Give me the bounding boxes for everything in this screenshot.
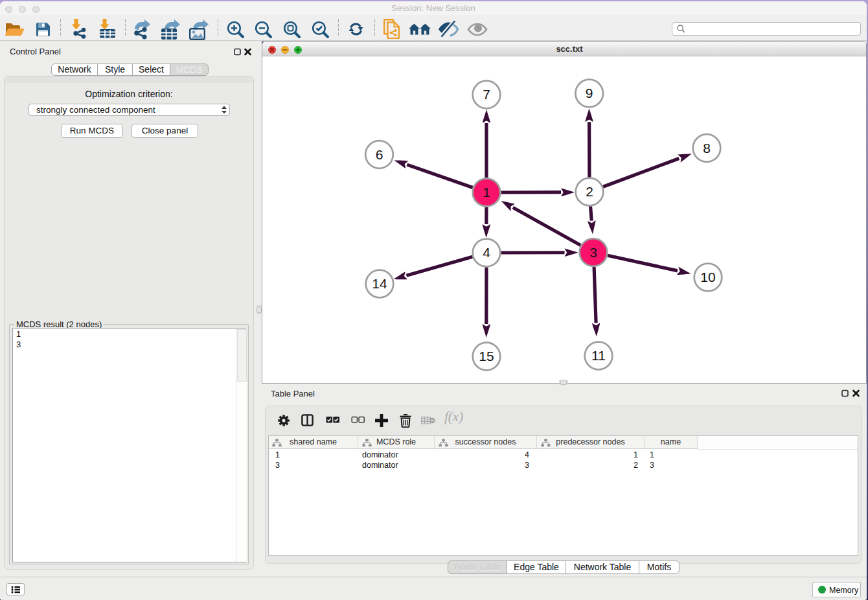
svg-text:3: 3 <box>589 245 597 260</box>
svg-text:6: 6 <box>376 147 383 162</box>
svg-text:8: 8 <box>703 141 711 156</box>
svg-text:14: 14 <box>372 276 387 291</box>
svg-text:15: 15 <box>479 349 494 363</box>
svg-text:1: 1 <box>483 185 490 200</box>
svg-text:7: 7 <box>483 87 490 102</box>
svg-text:9: 9 <box>586 86 593 100</box>
svg-text:4: 4 <box>483 245 490 260</box>
svg-text:10: 10 <box>700 270 715 284</box>
svg-text:11: 11 <box>591 348 606 363</box>
svg-text:2: 2 <box>586 184 593 199</box>
